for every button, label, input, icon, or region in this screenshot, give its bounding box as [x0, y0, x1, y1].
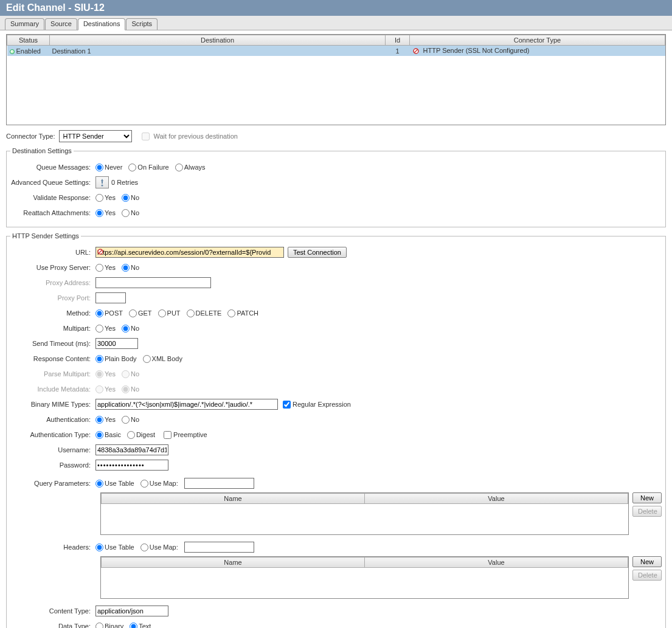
method-patch-radio[interactable] — [227, 309, 235, 317]
multipart-yes-radio[interactable] — [95, 325, 103, 333]
proxy-port-label: Proxy Port: — [10, 294, 95, 302]
qp-new-button[interactable]: New — [632, 492, 662, 503]
parse-multi-no-radio — [122, 370, 130, 378]
destination-id: 1 — [386, 46, 410, 57]
auth-basic-radio[interactable] — [95, 431, 103, 439]
status-text: Enabled — [16, 47, 41, 55]
password-label: Password: — [10, 461, 95, 469]
validate-yes-radio[interactable] — [95, 194, 103, 202]
auth-yes-radio[interactable] — [95, 416, 103, 424]
adv-queue-label: Advanced Queue Settings: — [10, 179, 95, 186]
queue-messages-label: Queue Messages: — [10, 164, 95, 171]
incl-meta-yes-radio — [95, 385, 103, 393]
resp-xml-radio[interactable] — [143, 355, 151, 363]
incl-meta-no-radio — [122, 385, 130, 393]
auth-no-radio[interactable] — [122, 416, 130, 424]
test-connection-button[interactable]: Test Connection — [288, 247, 347, 258]
connector-type-label: Connector Type: — [6, 133, 59, 140]
multipart-no-radio[interactable] — [122, 325, 130, 333]
wait-previous-checkbox — [142, 133, 150, 140]
username-input[interactable] — [95, 444, 168, 455]
proxy-address-input — [95, 277, 211, 288]
mime-types-input[interactable] — [95, 399, 278, 410]
url-ssl-warning-icon — [97, 248, 104, 255]
datatype-text-radio[interactable] — [130, 623, 137, 629]
parse-multi-yes-radio — [95, 370, 103, 378]
hd-map-radio[interactable] — [140, 543, 148, 551]
method-label: Method: — [10, 309, 95, 317]
parse-multipart-label: Parse Multipart: — [10, 370, 95, 378]
col-status[interactable]: Status — [7, 35, 50, 46]
reattach-yes-radio[interactable] — [95, 209, 103, 217]
table-row[interactable]: Enabled Destination 1 1 HTTP Sender (SSL… — [7, 46, 665, 57]
method-put-radio[interactable] — [158, 309, 166, 317]
use-proxy-label: Use Proxy Server: — [10, 264, 95, 271]
reattach-label: Reattach Attachments: — [10, 209, 95, 216]
content-type-input[interactable] — [95, 606, 168, 616]
hd-delete-button: Delete — [632, 570, 662, 581]
tab-summary[interactable]: Summary — [5, 18, 44, 30]
tab-source[interactable]: Source — [45, 18, 77, 30]
resp-plain-radio[interactable] — [95, 355, 103, 363]
timeout-label: Send Timeout (ms): — [10, 340, 95, 347]
qp-map-input — [184, 478, 254, 489]
timeout-input[interactable] — [95, 338, 138, 349]
url-input[interactable] — [95, 247, 284, 258]
reattach-no-radio[interactable] — [122, 209, 130, 217]
query-params-table[interactable]: Name Value — [100, 492, 629, 535]
hd-col-value[interactable]: Value — [365, 557, 628, 568]
username-label: Username: — [10, 446, 95, 454]
destination-name: Destination 1 — [50, 46, 386, 57]
destinations-table[interactable]: Status Destination Id Connector Type Ena… — [6, 34, 666, 125]
hd-col-name[interactable]: Name — [102, 557, 365, 568]
headers-table[interactable]: Name Value — [100, 556, 629, 599]
col-id[interactable]: Id — [386, 35, 410, 46]
queue-onfailure-radio[interactable] — [128, 164, 136, 171]
method-delete-radio[interactable] — [187, 309, 195, 317]
queue-always-radio[interactable] — [175, 164, 183, 171]
qp-col-name[interactable]: Name — [102, 494, 365, 504]
tab-scripts[interactable]: Scripts — [126, 18, 158, 30]
adv-queue-button[interactable] — [95, 176, 109, 188]
preemptive-checkbox[interactable] — [164, 431, 171, 439]
qp-table-radio[interactable] — [95, 480, 103, 488]
ssl-warning-icon — [412, 47, 420, 55]
mime-types-label: Binary MIME Types: — [10, 401, 95, 408]
qp-map-radio[interactable] — [140, 480, 148, 488]
auth-digest-radio[interactable] — [127, 431, 135, 439]
connector-type-select[interactable]: HTTP Sender — [59, 130, 132, 142]
qp-col-value[interactable]: Value — [365, 494, 628, 504]
data-type-label: Data Type: — [10, 623, 95, 628]
http-sender-settings: HTTP Sender Settings URL: Test Connectio… — [6, 232, 666, 628]
hd-table-radio[interactable] — [95, 543, 103, 551]
status-enabled-icon — [10, 49, 15, 54]
tab-strip: Summary Source Destinations Scripts — [0, 16, 672, 30]
authentication-label: Authentication: — [10, 416, 95, 423]
method-get-radio[interactable] — [129, 309, 137, 317]
adv-queue-value: 0 Retries — [111, 179, 138, 186]
regex-checkbox[interactable] — [283, 401, 291, 409]
validate-no-radio[interactable] — [122, 194, 130, 202]
destination-settings: Destination Settings Queue Messages: Nev… — [6, 147, 666, 227]
col-destination[interactable]: Destination — [50, 35, 386, 46]
validate-response-label: Validate Response: — [10, 194, 95, 201]
queue-never-radio[interactable] — [95, 164, 103, 171]
tab-destinations[interactable]: Destinations — [78, 18, 126, 30]
content-type-label: Content Type: — [10, 607, 95, 615]
proxy-address-label: Proxy Address: — [10, 279, 95, 286]
col-connector-type[interactable]: Connector Type — [410, 35, 665, 46]
wait-previous-label: Wait for previous destination — [154, 133, 238, 140]
url-label: URL: — [10, 249, 95, 256]
hd-map-input — [184, 542, 254, 553]
proxy-no-radio[interactable] — [122, 264, 130, 272]
http-sender-legend: HTTP Sender Settings — [10, 232, 81, 240]
proxy-yes-radio[interactable] — [95, 264, 103, 272]
preemptive-label: Preemptive — [173, 431, 207, 438]
datatype-binary-radio[interactable] — [95, 623, 103, 629]
connector-type-text: HTTP Sender (SSL Not Configured) — [423, 47, 530, 54]
method-post-radio[interactable] — [95, 309, 103, 317]
hd-new-button[interactable]: New — [632, 556, 662, 567]
multipart-label: Multipart: — [10, 325, 95, 332]
proxy-port-input — [95, 292, 126, 303]
password-input[interactable] — [95, 460, 168, 471]
